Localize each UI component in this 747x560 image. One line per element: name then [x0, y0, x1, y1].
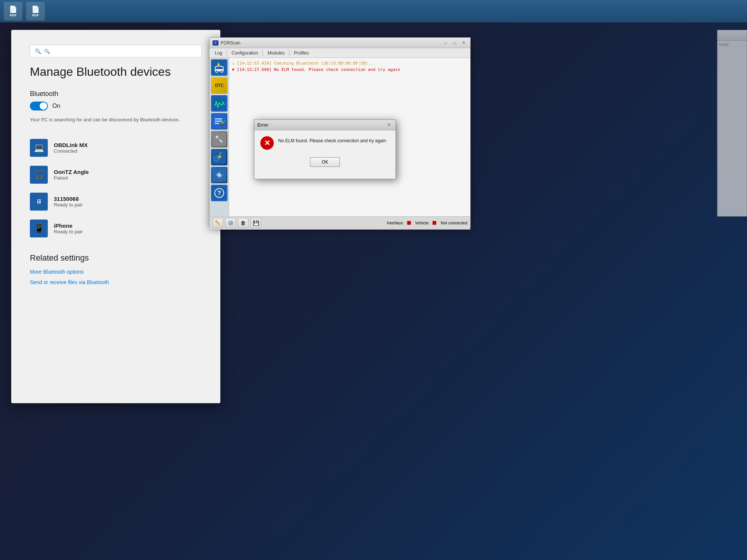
bluetooth-toggle[interactable] [30, 102, 48, 111]
menu-log[interactable]: Log [211, 49, 226, 57]
search-box[interactable]: 🔍 [30, 45, 202, 57]
log-entry-warning: ⚠ [14:12:57.424] Checking Bluetooth (36:… [232, 61, 467, 66]
error-message-text: No ELM found. Please check connection an… [278, 136, 386, 144]
svg-point-3 [221, 70, 223, 72]
forscan-logo-icon: F [213, 40, 218, 46]
device-31150068[interactable]: 🖥 31150068 Ready to pair [30, 188, 202, 215]
sidebar-car-tool[interactable] [211, 59, 227, 76]
taskbar-pdf2-icon[interactable]: 📄 PDF [26, 2, 45, 21]
menu-separator-3 [289, 50, 289, 56]
svg-rect-8 [215, 121, 222, 122]
svg-rect-7 [215, 118, 222, 119]
minimize-button[interactable]: ─ [442, 40, 449, 46]
dialog-close-button[interactable]: ✕ [385, 122, 393, 128]
svg-text:?: ? [217, 190, 221, 196]
svg-rect-0 [213, 61, 226, 74]
close-button[interactable]: ✕ [460, 40, 467, 46]
sidebar-help-tool[interactable]: ? [211, 185, 227, 201]
more-bluetooth-options-link[interactable]: More Bluetooth options [30, 269, 202, 275]
forscan-title: F FORScan [213, 40, 241, 46]
error-icon: ✖ [232, 67, 235, 72]
device-obdlink-name: OBDLink MX [54, 142, 202, 148]
search-input[interactable] [44, 49, 197, 54]
warning-icon: ⚠ [232, 61, 235, 66]
device-obdlink-icon: 💻 [30, 139, 48, 157]
toolbar-btn-save[interactable]: 💾 [251, 218, 261, 228]
device-iphone-name: iPhone [54, 223, 202, 229]
bluetooth-section-label: Bluetooth [30, 90, 202, 98]
error-dialog-buttons: OK [254, 156, 396, 171]
send-receive-files-link[interactable]: Send or receive files via Bluetooth [30, 279, 202, 285]
sidebar-dtc-tool[interactable]: DTC [211, 77, 227, 94]
device-obdlink[interactable]: 💻 OBDLink MX Connected [30, 134, 202, 161]
sidebar-wrench-tool[interactable] [211, 131, 227, 147]
svg-point-15 [217, 173, 221, 177]
device-obdlink-status: Connected [54, 148, 202, 154]
svg-point-2 [216, 70, 218, 72]
device-31150068-status: Ready to pair [54, 202, 202, 208]
interface-status-indicator [407, 221, 411, 225]
forscan-menubar: Log Configuration Modules Profiles [210, 48, 470, 58]
device-31150068-icon: 🖥 [30, 193, 48, 211]
dialog-window-controls: ✕ [385, 122, 393, 128]
device-oontz-name: OonTZ Angle [54, 169, 202, 175]
taskbar-pdf1-icon[interactable]: 📄 PDF [4, 2, 22, 21]
device-iphone-icon: 📱 [30, 220, 48, 237]
ok-button[interactable]: OK [310, 157, 340, 167]
device-oontz-icon: 🎧 [30, 166, 48, 184]
sidebar-check-tool[interactable] [211, 113, 227, 130]
svg-rect-9 [215, 123, 219, 124]
bluetooth-toggle-label: On [52, 103, 60, 109]
devices-list: 💻 OBDLink MX Connected 🎧 OonTZ Angle Pai… [30, 134, 202, 242]
error-dialog-titlebar: Error ✕ [254, 120, 396, 130]
error-dialog: Error ✕ ✕ No ELM found. Please check con… [254, 119, 396, 179]
forscan-toolbar: ✏️ ⚙️ 🗑 💾 Interface: Vehicle: Not connec… [210, 216, 470, 230]
vehicle-status-indicator [433, 221, 436, 225]
background-window: loads [717, 30, 747, 217]
window-controls: ─ □ ✕ [442, 40, 467, 46]
search-icon: 🔍 [35, 48, 41, 54]
taskbar: 📄 PDF 📄 PDF [0, 0, 747, 22]
interface-label: Interface: [387, 221, 404, 225]
menu-separator-2 [263, 50, 263, 56]
device-31150068-name: 31150068 [54, 196, 202, 202]
desktop: 📄 PDF 📄 PDF 🔍 Manage Bluetooth devices B… [0, 0, 747, 560]
forscan-sidebar: DTC [210, 58, 229, 216]
bluetooth-description: Your PC is searching for and can be disc… [30, 116, 202, 123]
page-title: Manage Bluetooth devices [30, 65, 202, 79]
menu-profiles[interactable]: Profiles [290, 49, 313, 57]
device-iphone[interactable]: 📱 iPhone Ready to pair [30, 215, 202, 242]
settings-window: 🔍 Manage Bluetooth devices Bluetooth On … [11, 30, 220, 403]
related-settings-title: Related settings [30, 253, 202, 263]
toolbar-btn-pencil[interactable]: ✏️ [213, 218, 223, 228]
menu-modules[interactable]: Modules [264, 49, 288, 57]
device-iphone-status: Ready to pair [54, 229, 202, 234]
connection-status-text: Not connected [441, 221, 467, 225]
sidebar-gear-tool[interactable] [211, 167, 227, 183]
toolbar-btn-delete[interactable]: 🗑 [238, 218, 248, 228]
forscan-titlebar: F FORScan ─ □ ✕ [210, 38, 470, 48]
menu-separator-1 [227, 50, 227, 56]
error-dialog-body: ✕ No ELM found. Please check connection … [254, 130, 396, 156]
bluetooth-toggle-container: On [30, 102, 202, 111]
sidebar-lightning-tool[interactable] [211, 149, 227, 165]
device-oontz-status: Paired [54, 175, 202, 181]
menu-configuration[interactable]: Configuration [228, 49, 262, 57]
device-oontz[interactable]: 🎧 OonTZ Angle Paired [30, 161, 202, 188]
log-entry-error: ✖ [14:13:27.690] No ELM found. Please ch… [232, 67, 467, 72]
error-circle-icon: ✕ [260, 136, 274, 150]
maximize-button[interactable]: □ [451, 40, 458, 46]
toolbar-btn-settings[interactable]: ⚙️ [225, 218, 236, 228]
vehicle-label: Vehicle: [415, 221, 430, 225]
sidebar-oscilloscope-tool[interactable] [211, 95, 227, 112]
error-dialog-title: Error [257, 122, 268, 128]
svg-point-4 [217, 63, 220, 66]
